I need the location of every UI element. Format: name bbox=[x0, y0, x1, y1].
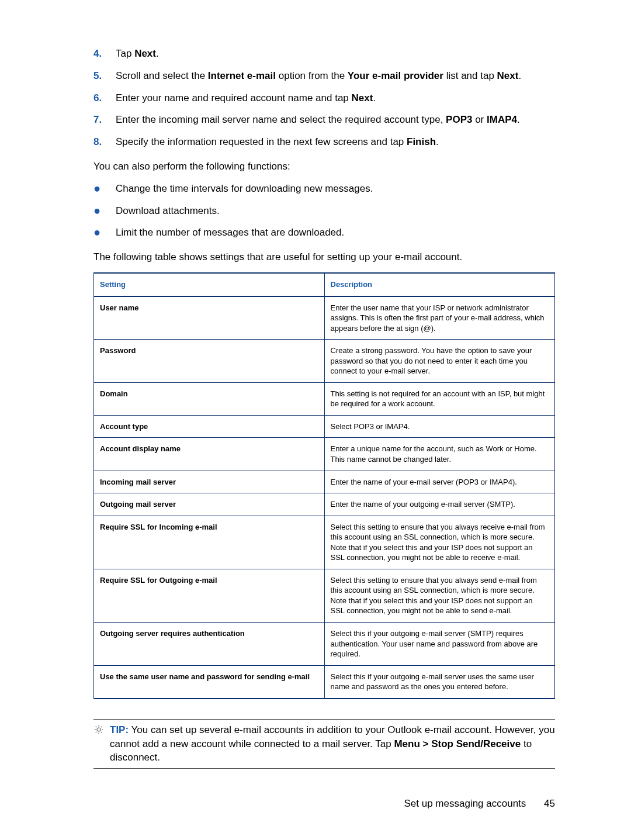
header-description: Description bbox=[324, 273, 555, 296]
svg-line-8 bbox=[101, 726, 102, 727]
footer-section: Set up messaging accounts bbox=[404, 798, 526, 809]
setting-name: Require SSL for Incoming e-mail bbox=[94, 516, 325, 569]
setting-desc: Enter the user name that your ISP or net… bbox=[324, 296, 555, 340]
table-row: Use the same user name and password for … bbox=[94, 665, 555, 699]
setting-name: Account type bbox=[94, 415, 325, 438]
step-8: 8. Specify the information requested in … bbox=[93, 135, 555, 149]
list-item: ● Limit the number of messages that are … bbox=[93, 226, 555, 240]
setting-name: Require SSL for Outgoing e-mail bbox=[94, 569, 325, 622]
bullet-icon: ● bbox=[93, 226, 116, 240]
setting-desc: This setting is not required for an acco… bbox=[324, 382, 555, 415]
tip-icon bbox=[93, 723, 110, 765]
step-6: 6. Enter your name and required account … bbox=[93, 91, 555, 105]
table-row: Require SSL for Incoming e-mail Select t… bbox=[94, 516, 555, 569]
table-row: Account type Select POP3 or IMAP4. bbox=[94, 415, 555, 438]
setting-desc: Select this setting to ensure that you a… bbox=[324, 516, 555, 569]
table-header-row: Setting Description bbox=[94, 273, 555, 296]
table-intro: The following table shows settings that … bbox=[93, 250, 555, 264]
step-5: 5. Scroll and select the Internet e-mail… bbox=[93, 69, 555, 83]
step-number: 5. bbox=[93, 69, 116, 83]
step-number: 7. bbox=[93, 113, 116, 127]
functions-intro: You can also perform the following funct… bbox=[93, 160, 555, 174]
step-7: 7. Enter the incoming mail server name a… bbox=[93, 113, 555, 127]
footer-page-number: 45 bbox=[544, 798, 555, 809]
setting-name: Domain bbox=[94, 382, 325, 415]
page-footer: Set up messaging accounts 45 bbox=[93, 798, 555, 810]
table-row: Require SSL for Outgoing e-mail Select t… bbox=[94, 569, 555, 622]
bullet-text: Change the time intervals for downloadin… bbox=[116, 182, 555, 196]
setting-desc: Enter the name of your e-mail server (PO… bbox=[324, 471, 555, 493]
list-item: ● Download attachments. bbox=[93, 204, 555, 218]
step-text: Enter your name and required account nam… bbox=[116, 91, 555, 105]
setting-name: Outgoing mail server bbox=[94, 493, 325, 516]
table-row: Outgoing server requires authentication … bbox=[94, 623, 555, 666]
tip-body: You can set up several e-mail accounts i… bbox=[110, 724, 555, 763]
table-row: Account display name Enter a unique name… bbox=[94, 438, 555, 471]
step-text: Enter the incoming mail server name and … bbox=[116, 113, 555, 127]
setting-desc: Select this if your outgoing e-mail serv… bbox=[324, 665, 555, 699]
step-number: 6. bbox=[93, 91, 116, 105]
functions-list: ● Change the time intervals for download… bbox=[93, 182, 555, 240]
tip-text: TIP: You can set up several e-mail accou… bbox=[110, 723, 555, 765]
setting-name: Outgoing server requires authentication bbox=[94, 623, 325, 666]
table-row: Password Create a strong password. You h… bbox=[94, 340, 555, 383]
step-text: Scroll and select the Internet e-mail op… bbox=[116, 69, 555, 83]
tip-label: TIP: bbox=[110, 724, 129, 735]
setting-desc: Select this if your outgoing e-mail serv… bbox=[324, 623, 555, 666]
setting-name: Account display name bbox=[94, 438, 325, 471]
header-setting: Setting bbox=[94, 273, 325, 296]
settings-table: Setting Description User name Enter the … bbox=[93, 272, 555, 699]
step-text: Tap Next. bbox=[116, 47, 555, 61]
bullet-icon: ● bbox=[93, 204, 116, 218]
step-4: 4. Tap Next. bbox=[93, 47, 555, 61]
setting-desc: Create a strong password. You have the o… bbox=[324, 340, 555, 383]
setting-desc: Enter a unique name for the account, suc… bbox=[324, 438, 555, 471]
svg-line-6 bbox=[101, 731, 102, 732]
table-row: Outgoing mail server Enter the name of y… bbox=[94, 493, 555, 516]
setting-name: Password bbox=[94, 340, 325, 383]
step-number: 4. bbox=[93, 47, 116, 61]
bullet-text: Limit the number of messages that are do… bbox=[116, 226, 555, 240]
table-row: Incoming mail server Enter the name of y… bbox=[94, 471, 555, 493]
svg-line-7 bbox=[96, 731, 97, 732]
table-row: User name Enter the user name that your … bbox=[94, 296, 555, 340]
setting-desc: Select POP3 or IMAP4. bbox=[324, 415, 555, 438]
tip-box: TIP: You can set up several e-mail accou… bbox=[93, 719, 555, 769]
bullet-icon: ● bbox=[93, 182, 116, 196]
numbered-steps: 4. Tap Next. 5. Scroll and select the In… bbox=[93, 47, 555, 149]
setting-name: Use the same user name and password for … bbox=[94, 665, 325, 699]
setting-desc: Enter the name of your outgoing e-mail s… bbox=[324, 493, 555, 516]
setting-desc: Select this setting to ensure that you a… bbox=[324, 569, 555, 622]
setting-name: User name bbox=[94, 296, 325, 340]
step-text: Specify the information requested in the… bbox=[116, 135, 555, 149]
bullet-text: Download attachments. bbox=[116, 204, 555, 218]
step-number: 8. bbox=[93, 135, 116, 149]
svg-point-0 bbox=[97, 728, 100, 731]
table-row: Domain This setting is not required for … bbox=[94, 382, 555, 415]
list-item: ● Change the time intervals for download… bbox=[93, 182, 555, 196]
svg-line-5 bbox=[96, 726, 97, 727]
setting-name: Incoming mail server bbox=[94, 471, 325, 493]
